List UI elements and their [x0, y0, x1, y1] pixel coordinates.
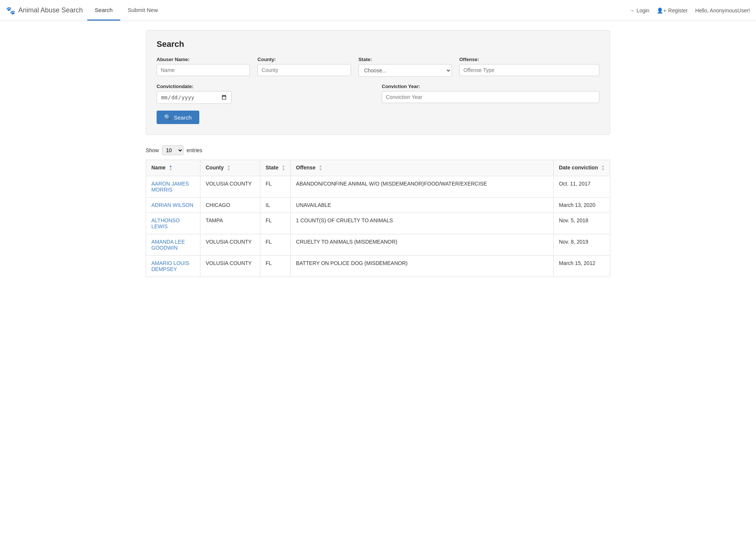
cell-county-0: VOLUSIA COUNTY — [200, 176, 260, 198]
table-header: Name ▲ ▼ County ▲ ▼ State ▲ — [146, 160, 610, 176]
search-card: Search Abuser Name: County: State: Choos… — [146, 30, 610, 135]
entries-label: entries — [187, 147, 202, 153]
county-group: County: — [257, 57, 351, 77]
col-date-label: Date conviction — [559, 165, 598, 171]
sort-icons-date: ▲ ▼ — [601, 165, 605, 171]
table-body: AARON JAMES MORRIS VOLUSIA COUNTY FL ABA… — [146, 176, 610, 277]
table-row: ALTHONSO LEWIS TAMPA FL 1 COUNT(S) OF CR… — [146, 213, 610, 234]
conviction-date-label: Convictiondate: — [157, 84, 374, 89]
cell-offense-2: 1 COUNT(S) OF CRUELTY TO ANIMALS — [291, 213, 554, 234]
search-title: Search — [157, 39, 599, 49]
col-header-name[interactable]: Name ▲ ▼ — [146, 160, 200, 176]
navbar: 🐾 Animal Abuse Search Search Submit New … — [0, 0, 756, 21]
sort-icons-name: ▲ ▼ — [169, 165, 172, 171]
cell-state-1: IL — [260, 198, 291, 213]
county-input[interactable] — [257, 64, 351, 76]
cell-offense-4: BATTERY ON POLICE DOG (MISDEMEANOR) — [291, 256, 554, 277]
state-select[interactable]: Choose... ALAKAZAR CACOCTDE FLGAHIID ILI… — [359, 64, 452, 77]
login-link[interactable]: → Login — [629, 7, 649, 13]
sort-icons-county: ▲ ▼ — [227, 165, 230, 171]
col-header-state[interactable]: State ▲ ▼ — [260, 160, 291, 176]
search-form-row-1: Abuser Name: County: State: Choose... AL… — [157, 57, 599, 77]
name-link-3[interactable]: AMANDA LEE GOODWIN — [151, 239, 185, 251]
conviction-date-group: Convictiondate: — [157, 84, 374, 104]
col-header-offense[interactable]: Offense ▲ ▼ — [291, 160, 554, 176]
table-row: AMARIO LOUIS DEMPSEY VOLUSIA COUNTY FL B… — [146, 256, 610, 277]
cell-date-2: Nov. 5, 2018 — [553, 213, 610, 234]
nav-tabs: Search Submit New — [87, 0, 165, 21]
name-link-4[interactable]: AMARIO LOUIS DEMPSEY — [151, 260, 189, 272]
sort-icons-state: ▲ ▼ — [282, 165, 285, 171]
offense-group: Offense: — [459, 57, 599, 77]
app-brand: 🐾 Animal Abuse Search — [6, 6, 83, 15]
conviction-year-label: Conviction Year: — [382, 84, 599, 89]
search-button[interactable]: 🔍 Search — [157, 111, 199, 124]
sort-desc-icon: ▼ — [319, 168, 322, 171]
tab-search[interactable]: Search — [87, 0, 120, 21]
cell-name-1: ADRIAN WILSON — [146, 198, 200, 213]
per-page-select[interactable]: 10 25 50 100 — [162, 145, 184, 155]
table-row: AARON JAMES MORRIS VOLUSIA COUNTY FL ABA… — [146, 176, 610, 198]
register-link[interactable]: 👤+ Register — [657, 7, 687, 13]
col-offense-label: Offense — [296, 165, 315, 171]
cell-state-0: FL — [260, 176, 291, 198]
table-controls: Show 10 25 50 100 entries — [146, 145, 610, 155]
cell-state-4: FL — [260, 256, 291, 277]
navbar-right: → Login 👤+ Register Hello, AnonymousUser… — [629, 7, 750, 13]
abuser-name-group: Abuser Name: — [157, 57, 250, 77]
cell-date-0: Oct. 11, 2017 — [553, 176, 610, 198]
abuser-name-label: Abuser Name: — [157, 57, 250, 62]
search-form-row-2: Convictiondate: Conviction Year: — [157, 84, 599, 104]
register-label: Register — [668, 7, 688, 13]
col-county-label: County — [206, 165, 224, 171]
data-table: Name ▲ ▼ County ▲ ▼ State ▲ — [146, 160, 610, 277]
table-header-row: Name ▲ ▼ County ▲ ▼ State ▲ — [146, 160, 610, 176]
conviction-date-input[interactable] — [157, 91, 232, 104]
cell-date-4: March 15, 2012 — [553, 256, 610, 277]
cell-name-4: AMARIO LOUIS DEMPSEY — [146, 256, 200, 277]
col-header-county[interactable]: County ▲ ▼ — [200, 160, 260, 176]
offense-label: Offense: — [459, 57, 599, 62]
col-name-label: Name — [151, 165, 166, 171]
cell-offense-0: ABANDON/CONFINE ANIMAL W/O (MISDEMEANOR)… — [291, 176, 554, 198]
abuser-name-input[interactable] — [157, 64, 250, 76]
county-label: County: — [257, 57, 351, 62]
greeting-text: Hello, AnonymousUser! — [695, 7, 750, 13]
name-link-2[interactable]: ALTHONSO LEWIS — [151, 217, 180, 229]
cell-date-1: March 13, 2020 — [553, 198, 610, 213]
cell-county-1: CHICAGO — [200, 198, 260, 213]
cell-name-0: AARON JAMES MORRIS — [146, 176, 200, 198]
table-row: AMANDA LEE GOODWIN VOLUSIA COUNTY FL CRU… — [146, 234, 610, 256]
sort-desc-icon: ▼ — [169, 168, 172, 171]
cell-offense-1: UNAVAILABLE — [291, 198, 554, 213]
cell-state-2: FL — [260, 213, 291, 234]
paw-icon: 🐾 — [6, 6, 15, 15]
main-content: Search Abuser Name: County: State: Choos… — [138, 21, 618, 286]
cell-name-2: ALTHONSO LEWIS — [146, 213, 200, 234]
register-icon: 👤+ — [657, 7, 666, 13]
sort-desc-icon: ▼ — [227, 168, 230, 171]
cell-name-3: AMANDA LEE GOODWIN — [146, 234, 200, 256]
cell-state-3: FL — [260, 234, 291, 256]
conviction-year-group: Conviction Year: — [382, 84, 599, 104]
state-group: State: Choose... ALAKAZAR CACOCTDE FLGAH… — [359, 57, 452, 77]
name-link-1[interactable]: ADRIAN WILSON — [151, 202, 193, 208]
name-link-0[interactable]: AARON JAMES MORRIS — [151, 181, 189, 193]
app-title: Animal Abuse Search — [18, 6, 83, 14]
cell-offense-3: CRUELTY TO ANIMALS (MISDEMEANOR) — [291, 234, 554, 256]
login-label: Login — [636, 7, 649, 13]
col-state-label: State — [266, 165, 278, 171]
sort-desc-icon: ▼ — [601, 168, 605, 171]
show-label: Show — [146, 147, 159, 153]
col-header-date-conviction[interactable]: Date conviction ▲ ▼ — [553, 160, 610, 176]
cell-county-3: VOLUSIA COUNTY — [200, 234, 260, 256]
sort-icons-offense: ▲ ▼ — [319, 165, 322, 171]
tab-submit-new[interactable]: Submit New — [120, 0, 166, 21]
login-icon: → — [629, 7, 635, 13]
search-button-label: Search — [174, 114, 192, 121]
sort-desc-icon: ▼ — [282, 168, 285, 171]
conviction-year-input[interactable] — [382, 91, 599, 103]
offense-input[interactable] — [459, 64, 599, 76]
cell-county-4: VOLUSIA COUNTY — [200, 256, 260, 277]
cell-county-2: TAMPA — [200, 213, 260, 234]
